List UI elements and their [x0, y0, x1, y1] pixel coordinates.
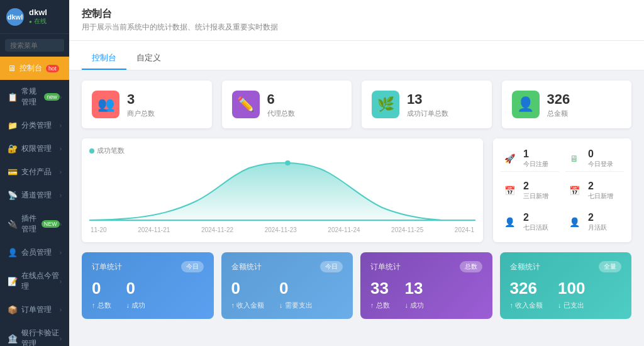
right-stat-lbl-1: 今日登录 [588, 160, 613, 169]
sidebar-logo: dkwl dkwl 在线 [0, 0, 69, 34]
bottom-card-numbers-1: 0 ↑ 收入金额 0 ↓ 需要支出 [231, 279, 343, 310]
sidebar-item-category[interactable]: 📁 分类管理 › [0, 114, 69, 137]
search-input[interactable] [5, 39, 64, 52]
bottom-big-2-0: 33 [370, 279, 390, 298]
bottom-card-2: 订单统计 总数 33 ↑ 总数 13 ↓ 成功 [360, 252, 492, 319]
main-content: 控制台 用于展示当前系统中的统计数据、统计报表及重要实时数据 控制台自定义 👥 … [69, 0, 644, 346]
sidebar-label-permission: 权限管理 [21, 143, 52, 154]
stat-info-2: 13 成功订单总数 [407, 91, 448, 118]
bottom-card-header-1: 金额统计 今日 [231, 261, 343, 272]
bottom-big-3-1: 100 [558, 279, 585, 298]
right-stats-panel: 🚀 1 今日注册 🖥 0 今日登录 📅 2 三日新增 📅 2 七日新增 [493, 138, 631, 242]
tab-custom[interactable]: 自定义 [126, 47, 171, 70]
chart-title: 成功笔数 [89, 146, 475, 155]
sidebar-item-bankcard[interactable]: 🏦 银行卡验证管理 › [0, 321, 69, 346]
stat-label-3: 总金额 [547, 109, 570, 118]
bottom-card-numbers-3: 326 ↑ 收入金额 100 ↓ 已支出 [510, 279, 622, 310]
bottom-small-1-0: ↑ 收入金额 [231, 301, 265, 310]
bottom-card-badge-3: 全量 [599, 261, 621, 272]
right-stat-icon-2: 📅 [501, 182, 518, 199]
arrow-icon-member: › [60, 249, 62, 256]
content-area: 👥 3 商户总数 ✏️ 6 代理总数 🌿 13 成功订单总数 👤 326 总金额 [69, 70, 644, 346]
bottom-card-title-0: 订单统计 [92, 262, 122, 272]
right-stat-num-2: 2 [523, 181, 548, 192]
right-stat-icon-1: 🖥 [565, 150, 583, 167]
bottom-num-3-1: 100 ↓ 已支出 [558, 279, 585, 310]
right-stat-icon-5: 👤 [565, 213, 583, 231]
sidebar-icon-dashboard: 🖥 [8, 64, 16, 73]
right-stat-item-2: 📅 2 三日新增 [501, 178, 559, 203]
bottom-card-header-0: 订单统计 今日 [92, 261, 204, 272]
sidebar-icon-bankcard: 🏦 [8, 334, 18, 343]
sidebar-label-online_order: 在线点今管理 [21, 271, 60, 292]
bottom-card-1: 金额统计 今日 0 ↑ 收入金额 0 ↓ 需要支出 [221, 252, 353, 319]
sidebar-item-channel[interactable]: 📡 通道管理 › [0, 184, 69, 207]
stat-icon-2: 🌿 [372, 91, 399, 118]
stat-info-0: 3 商户总数 [127, 91, 155, 118]
right-stat-item-1: 🖥 0 今日登录 [565, 146, 624, 172]
logo-text: dkwl [29, 8, 47, 17]
sidebar-item-dashboard[interactable]: 🖥 控制台 hot [0, 57, 69, 80]
page-header: 控制台 用于展示当前系统中的统计数据、统计报表及重要实时数据 [69, 0, 644, 41]
bottom-card-numbers-0: 0 ↑ 总数 0 ↓ 成功 [92, 279, 204, 310]
bottom-big-3-0: 326 [510, 279, 543, 298]
bottom-cards-row: 订单统计 今日 0 ↑ 总数 0 ↓ 成功 金额统计 今日 [82, 252, 631, 319]
bottom-card-badge-1: 今日 [320, 261, 343, 272]
sidebar-label-normal: 常规管理 [21, 86, 40, 108]
arrow-icon-payment: › [60, 169, 62, 176]
bottom-num-2-1: 13 ↓ 成功 [405, 279, 425, 310]
bottom-card-numbers-2: 33 ↑ 总数 13 ↓ 成功 [370, 279, 482, 310]
tab-dashboard[interactable]: 控制台 [82, 47, 126, 70]
arrow-icon-online_order: › [60, 278, 62, 285]
sidebar-icon-category: 📁 [8, 121, 18, 130]
sidebar-label-plugin: 插件管理 [21, 213, 38, 235]
sidebar-nav: 🖥 控制台 hot 📋 常规管理 new › 📁 分类管理 › 🔐 权限管理 [0, 57, 69, 346]
page-subtitle: 用于展示当前系统中的统计数据、统计报表及重要实时数据 [82, 22, 631, 33]
right-stat-lbl-3: 七日新增 [588, 192, 613, 201]
bottom-small-0-1: ↓ 成功 [126, 301, 146, 310]
arrow-icon-plugin: › [60, 221, 62, 228]
sidebar-label-category: 分类管理 [21, 120, 52, 131]
stat-info-1: 6 代理总数 [267, 91, 295, 118]
bottom-num-2-0: 33 ↑ 总数 [370, 279, 390, 310]
sidebar-item-member[interactable]: 👤 会员管理 › [0, 241, 69, 264]
sidebar-label-payment: 支付产品 [21, 167, 52, 177]
bottom-card-header-2: 订单统计 总数 [370, 261, 482, 272]
sidebar-label-channel: 通道管理 [21, 190, 52, 201]
bottom-num-1-1: 0 ↓ 需要支出 [279, 279, 313, 310]
right-stat-item-3: 📅 2 七日新增 [565, 178, 624, 203]
sidebar-icon-payment: 💳 [8, 167, 18, 177]
sidebar-icon-online_order: 📝 [8, 277, 18, 286]
sidebar-label-bankcard: 银行卡验证管理 [21, 328, 60, 346]
bottom-card-title-1: 金额统计 [231, 262, 262, 272]
logo-icon: dkwl [6, 8, 24, 26]
bottom-card-badge-0: 今日 [181, 261, 204, 272]
sidebar-icon-normal: 📋 [8, 92, 18, 102]
middle-section: 成功笔数 11-20 2024-11-21 2 [82, 138, 631, 242]
sidebar-item-plugin[interactable]: 🔌 插件管理 NEW › [0, 207, 69, 241]
bottom-big-0-1: 0 [126, 279, 146, 298]
sidebar-item-left-online_order: 📝 在线点今管理 [8, 271, 60, 292]
badge-dashboard: hot [46, 65, 59, 72]
sidebar-item-order[interactable]: 📦 订单管理 › [0, 298, 69, 321]
right-stat-text-3: 2 七日新增 [588, 181, 613, 201]
right-stat-icon-4: 👤 [501, 213, 518, 231]
sidebar-item-normal[interactable]: 📋 常规管理 new › [0, 80, 69, 114]
sidebar-item-online_order[interactable]: 📝 在线点今管理 › [0, 264, 69, 298]
stat-number-3: 326 [547, 91, 570, 108]
bottom-card-title-2: 订单统计 [370, 262, 401, 272]
bottom-num-0-0: 0 ↑ 总数 [92, 279, 111, 310]
sidebar-search-container [0, 34, 69, 57]
stat-label-0: 商户总数 [127, 109, 155, 118]
tab-bar: 控制台自定义 [69, 41, 644, 70]
stat-card-1: ✏️ 6 代理总数 [222, 81, 352, 128]
sidebar-item-payment[interactable]: 💳 支付产品 › [0, 160, 69, 184]
stat-card-2: 🌿 13 成功订单总数 [362, 81, 492, 128]
sidebar-item-permission[interactable]: 🔐 权限管理 › [0, 137, 69, 160]
right-stat-lbl-0: 今日注册 [523, 160, 548, 169]
right-stat-text-1: 0 今日登录 [588, 148, 613, 169]
right-stat-num-4: 2 [523, 212, 548, 223]
sidebar-item-left-channel: 📡 通道管理 [8, 190, 52, 201]
arrow-icon-normal: › [60, 94, 62, 101]
sidebar-item-left-payment: 💳 支付产品 [8, 167, 52, 177]
